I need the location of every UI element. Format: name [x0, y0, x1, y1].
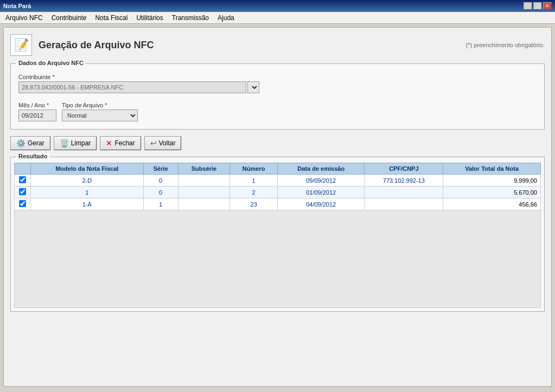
voltar-icon: ↩	[150, 139, 157, 147]
table-cell	[178, 175, 230, 187]
table-cell: 0	[143, 175, 178, 187]
resultado-legend: Resultado	[16, 153, 49, 159]
contribuinte-label: Contribuinte *	[18, 74, 537, 80]
table-cell	[178, 187, 230, 198]
table-cell	[178, 198, 230, 210]
menu-transmissao[interactable]: Transmissão	[169, 13, 212, 23]
table-cell: 0	[143, 187, 178, 198]
resultado-table: Modelo da Nota Fiscal Série Subsérie Núm…	[14, 163, 541, 210]
col-subserie: Subsérie	[178, 163, 230, 175]
table-cell	[365, 198, 443, 210]
table-cell: 9.999,00	[443, 175, 541, 187]
fechar-icon: ✕	[106, 139, 112, 147]
page-header: 📝 Geração de Arquivo NFC (*) preenchimen…	[10, 34, 545, 56]
table-cell: 2-D	[31, 175, 144, 187]
page-title: Geração de Arquivo NFC	[39, 40, 154, 51]
dados-arquivo-section: Dados do Arquivo NFC Contribuinte * ▼ Mê…	[10, 63, 545, 130]
contribuinte-input[interactable]	[18, 81, 246, 93]
title-bar: Nota Pará – □ ✕	[0, 0, 555, 12]
tipo-arquivo-required-mark: *	[105, 102, 107, 108]
gerar-button[interactable]: ⚙️ Gerar	[10, 136, 50, 150]
mes-ano-label: Mês / Ano *	[18, 102, 56, 108]
table-empty-area	[14, 210, 541, 308]
maximize-button[interactable]: □	[533, 2, 542, 10]
tipo-arquivo-label: Tipo de Arquivo *	[62, 102, 138, 108]
menu-bar: Arquivo NFC Contribuinte Nota Fiscal Uti…	[0, 12, 555, 24]
tipo-arquivo-field-group: Tipo de Arquivo * Normal Substituto Comp…	[62, 98, 138, 121]
limpar-icon: 🗑️	[60, 139, 69, 147]
menu-nota-fiscal[interactable]: Nota Fiscal	[92, 13, 131, 23]
required-note: (*) preenchimento obrigatório.	[465, 42, 545, 48]
voltar-button[interactable]: ↩ Voltar	[144, 136, 182, 150]
mes-tipo-row: Mês / Ano * Tipo de Arquivo * Normal Sub…	[18, 98, 537, 121]
main-content: 📝 Geração de Arquivo NFC (*) preenchimen…	[3, 27, 552, 387]
dados-arquivo-legend: Dados do Arquivo NFC	[16, 60, 86, 66]
page-icon: 📝	[10, 34, 32, 56]
table-cell: 1	[143, 198, 178, 210]
resultado-section: Resultado Modelo da Nota Fiscal Série Su…	[10, 157, 545, 312]
table-header: Modelo da Nota Fiscal Série Subsérie Núm…	[15, 163, 541, 175]
col-numero: Número	[230, 163, 278, 175]
table-cell: 5.670,00	[443, 187, 541, 198]
table-cell	[365, 187, 443, 198]
col-cpf-cnpj: CPF/CNPJ	[365, 163, 443, 175]
menu-ajuda[interactable]: Ajuda	[214, 13, 238, 23]
table-cell: 2	[230, 187, 278, 198]
menu-contribuinte[interactable]: Contribuinte	[48, 13, 90, 23]
row-checkbox-1[interactable]	[19, 188, 26, 195]
table-cell: 01/09/2012	[277, 187, 364, 198]
page-icon-symbol: 📝	[14, 38, 29, 52]
contribuinte-required-mark: *	[52, 74, 54, 80]
fechar-button[interactable]: ✕ Fechar	[100, 136, 141, 150]
row-checkbox-0[interactable]	[19, 176, 26, 183]
col-data-emissao: Data de emissão	[277, 163, 364, 175]
table-cell: 456,66	[443, 198, 541, 210]
table-cell: 23	[230, 198, 278, 210]
tipo-arquivo-select[interactable]: Normal Substituto Complementar	[62, 110, 138, 121]
mes-ano-required-mark: *	[47, 102, 49, 108]
gerar-icon: ⚙️	[16, 139, 25, 147]
col-valor: Valor Total da Nota	[443, 163, 541, 175]
limpar-button[interactable]: 🗑️ Limpar	[54, 136, 97, 150]
table-row: 1-A12304/09/2012456,66	[15, 198, 541, 210]
table-cell: 04/09/2012	[277, 198, 364, 210]
menu-arquivo-nfc[interactable]: Arquivo NFC	[2, 13, 46, 23]
mes-ano-input[interactable]	[18, 110, 56, 121]
table-cell: 1	[31, 187, 144, 198]
window-controls: – □ ✕	[524, 2, 552, 10]
col-check	[15, 163, 31, 175]
table-cell: 1	[230, 175, 278, 187]
mes-ano-field-group: Mês / Ano *	[18, 98, 56, 121]
table-cell: 1-A	[31, 198, 144, 210]
window-title: Nota Pará	[3, 3, 31, 9]
contribuinte-field-group: Contribuinte * ▼	[18, 69, 537, 93]
col-modelo: Modelo da Nota Fiscal	[31, 163, 144, 175]
button-row: ⚙️ Gerar 🗑️ Limpar ✕ Fechar ↩ Voltar	[10, 136, 545, 150]
table-body: 2-D0109/09/2012773.102.992-139.999,00102…	[15, 175, 541, 210]
page-header-left: 📝 Geração de Arquivo NFC	[10, 34, 154, 56]
minimize-button[interactable]: –	[524, 2, 532, 10]
table-cell: 773.102.992-13	[365, 175, 443, 187]
close-button[interactable]: ✕	[543, 2, 552, 10]
menu-utilitarios[interactable]: Utilitários	[133, 13, 166, 23]
contribuinte-dropdown[interactable]: ▼	[247, 81, 259, 93]
col-serie: Série	[143, 163, 178, 175]
row-checkbox-2[interactable]	[19, 200, 26, 207]
table-row: 2-D0109/09/2012773.102.992-139.999,00	[15, 175, 541, 187]
table-row: 10201/09/20125.670,00	[15, 187, 541, 198]
table-cell: 09/09/2012	[277, 175, 364, 187]
